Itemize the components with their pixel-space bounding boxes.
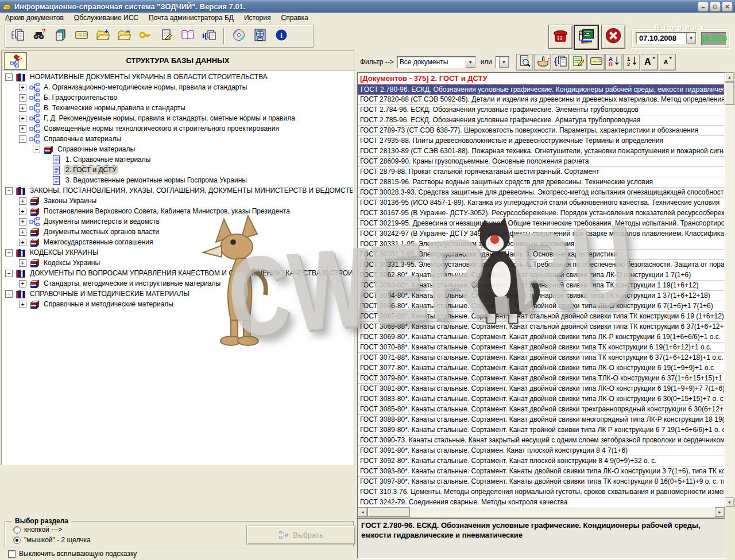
tree-item[interactable]: 3. Ведомственные ремонтные нормы Госпром… — [3, 175, 353, 185]
cd-rom-button[interactable] — [231, 28, 247, 44]
checkbox-icon[interactable] — [8, 550, 16, 558]
select-section-button[interactable]: Выбрать — [246, 526, 355, 545]
tree-item[interactable]: +Документы местных органов власти — [3, 227, 353, 237]
document-row[interactable]: ГОСТ 3092-80*. Канаты стальные. Сортамен… — [358, 456, 724, 466]
document-row[interactable]: ГОСТ 30242-97 (В Украине- ДСТУ 3491-96).… — [358, 229, 724, 239]
card-index-button[interactable] — [74, 28, 90, 44]
document-row[interactable]: ГОСТ 3089-80*. Канаты стальные. Сортамен… — [358, 425, 724, 435]
expand-toggle[interactable]: + — [19, 115, 26, 122]
tree-item[interactable]: +Межгосударственные соглашения — [3, 237, 353, 247]
open-book-button[interactable] — [180, 28, 196, 44]
filter-dropdown-arrow[interactable]: ▼ — [466, 57, 475, 68]
scroll-right-button[interactable]: ► — [715, 507, 725, 517]
expand-toggle[interactable]: − — [5, 270, 13, 277]
about-info-button[interactable]: i — [273, 28, 289, 44]
font-increase-button[interactable]: А — [641, 54, 658, 71]
tree-item[interactable]: +Законы Украины — [3, 196, 353, 206]
blackboard-button[interactable] — [574, 25, 599, 50]
font-decrease-button[interactable]: А — [659, 54, 676, 71]
document-row[interactable]: ГОСТ 3079-80*. Канаты стальные. Сортамен… — [358, 374, 724, 384]
document-row[interactable]: ГОСТ 28130-89 (СТ СЭВ 6301-88). Пожарная… — [358, 146, 724, 157]
expand-toggle[interactable]: − — [5, 249, 13, 256]
brace-documents-button[interactable]: { — [552, 54, 569, 71]
tree-item[interactable]: +Совмещенные нормы технологического и ст… — [3, 123, 353, 134]
tree-item[interactable]: +Документы министерств и ведомств — [3, 216, 353, 227]
tree-item[interactable]: −Справочные материалы — [3, 134, 353, 144]
select-hand-button[interactable] — [534, 54, 551, 71]
radio-icon[interactable] — [13, 536, 21, 544]
expand-toggle[interactable]: + — [19, 259, 26, 267]
close-button[interactable] — [722, 2, 733, 11]
menu-item-2[interactable]: Обслуживание ИСС — [69, 13, 144, 22]
expand-toggle[interactable]: + — [19, 125, 26, 133]
expand-toggle[interactable]: + — [19, 239, 26, 246]
document-row[interactable]: ГОСТ 3067-88*. Канаты стальные. Сортамен… — [358, 312, 724, 322]
expand-toggle[interactable]: + — [19, 301, 26, 308]
tree-item[interactable]: +В. Технические нормы,правила и стандарт… — [3, 103, 353, 113]
preview-search-button[interactable] — [516, 54, 533, 71]
document-row[interactable]: ГОСТ 3062-80*. Канаты стальные. Сортамен… — [358, 270, 724, 281]
document-row[interactable]: ГОСТ 30331.1-95. Электроустановки зданий… — [358, 239, 724, 250]
scroll-up-button[interactable]: ▲ — [725, 72, 734, 82]
document-row[interactable]: ГОСТ 3071-88*. Канаты стальные. Сортамен… — [358, 353, 724, 363]
document-row[interactable]: ГОСТ 30331.3-95. Электроустановки зданий… — [358, 260, 724, 270]
radio-icon[interactable] — [13, 526, 21, 534]
date-dropdown-arrow[interactable]: ▼ — [686, 33, 696, 44]
notepad-button[interactable] — [52, 28, 68, 44]
document-row[interactable]: ГОСТ 3069-80*. Канаты стальные. Сортамен… — [358, 332, 724, 343]
expand-toggle[interactable]: − — [5, 290, 13, 298]
document-row[interactable]: ГОСТ 2.785-96. ЕСКД. Обозначения условны… — [358, 115, 724, 126]
tree-item[interactable]: 1. Справочные материалы — [3, 154, 353, 165]
document-row[interactable]: ГОСТ 3083-80*. Канаты стальные. Сортамен… — [358, 394, 724, 405]
expand-toggle[interactable]: + — [19, 94, 26, 102]
or-combobox[interactable]: ▼ — [496, 56, 509, 68]
sort-az-button[interactable]: АЯ — [605, 54, 622, 71]
document-row[interactable]: ГОСТ 3064-80*. Канаты стальные. Сортамен… — [358, 291, 724, 301]
folder-add-button[interactable]: + — [95, 28, 111, 44]
tree-item[interactable]: −Справочные материалы — [3, 144, 353, 154]
document-row[interactable]: ГОСТ 3066-80*. Канаты стальные. Сортамен… — [358, 301, 724, 312]
menu-item-5[interactable]: Справка — [276, 13, 314, 22]
expand-toggle[interactable]: + — [19, 218, 26, 225]
restore-button[interactable] — [710, 2, 721, 11]
tree-item[interactable]: +Б. Градостроительство — [3, 92, 353, 103]
document-row[interactable]: ГОСТ 3088-80*. Канаты стальные. Сортамен… — [358, 415, 724, 425]
expand-toggle[interactable]: − — [19, 135, 26, 143]
vertical-scrollbar[interactable]: ▲ ▼ — [725, 72, 734, 507]
document-row[interactable]: ГОСТ 30331.2-95. Электроустановки зданий… — [358, 250, 724, 260]
horizontal-scroll-thumb[interactable] — [368, 507, 410, 517]
document-row[interactable]: ГОСТ 3085-80*. Канаты стальные. Сортамен… — [358, 405, 724, 415]
document-row[interactable]: ГОСТ 2.784-96. ЕСКД. Обозначения условны… — [358, 105, 724, 115]
expand-toggle[interactable]: − — [5, 73, 13, 81]
document-row[interactable]: ГОСТ 310.3-76. Цементы. Методы определен… — [358, 487, 724, 497]
globe-save-button[interactable] — [252, 28, 268, 44]
expand-toggle[interactable]: − — [33, 146, 40, 153]
expand-toggle[interactable]: + — [19, 228, 26, 236]
radio-option-mouse[interactable]: "мышкой" - 2 щелчка — [13, 536, 91, 544]
key-button[interactable] — [137, 28, 153, 44]
document-row[interactable]: ГОСТ 28815-96. Растворы водные защитных … — [358, 177, 724, 188]
tree-item[interactable]: −ДОКУМЕНТЫ ПО ВОПРОСАМ УПРАВЛЕНИЯ КАЧЕСТ… — [3, 268, 353, 278]
exit-button[interactable] — [601, 25, 625, 49]
document-row[interactable]: ГОСТ 3077-80*. Канаты стальные. Сортамен… — [358, 363, 724, 374]
document-row[interactable]: ГОСТ 28609-90. Краны грузоподъемные. Осн… — [358, 157, 724, 167]
card-index-button[interactable] — [587, 54, 605, 71]
document-row[interactable]: ГОСТ 3081-80*. Канаты стальные. Сортамен… — [358, 384, 724, 394]
phone-button[interactable] — [548, 25, 572, 49]
minimize-button[interactable] — [698, 2, 709, 11]
tree-item[interactable]: +А. Организационно-методические нормы, п… — [3, 82, 353, 92]
tree-item[interactable]: +Кодексы Украины — [3, 258, 353, 268]
tree-item[interactable]: −НОРМАТИВНЫЕ ДОКУМЕНТЫ УКРАИНЫ В ОБЛАСТИ… — [3, 72, 353, 82]
search-question-button[interactable]: ? — [31, 28, 47, 44]
vertical-scroll-thumb[interactable] — [725, 82, 734, 105]
scroll-down-button[interactable]: ▼ — [725, 497, 734, 507]
document-row[interactable]: ГОСТ 2789-73 (СТ СЭВ 638-77). Шероховато… — [358, 126, 724, 136]
document-row[interactable]: ГОСТ 3068-88*. Канаты стальные. Сортамен… — [358, 322, 724, 332]
filter-combobox[interactable]: Все документы ▼ — [397, 56, 476, 68]
tree-item[interactable]: −СПРАВОЧНЫЕ И МЕТОДИЧЕСКИЕ МАТЕРИАЛЫ — [3, 289, 353, 299]
document-row[interactable]: ГОСТ 3093-80*. Канаты стальные. Сортамен… — [358, 466, 724, 477]
tree-item[interactable]: +Справочные и методические материалы — [3, 299, 353, 309]
document-row[interactable]: ГОСТ 3063-80*. Канаты стальные. Сортамен… — [358, 281, 724, 291]
info-documents-button[interactable]: i{ — [201, 28, 217, 44]
tree-item[interactable]: −ЗАКОНЫ, ПОСТАНОВЛЕНИЯ, УКАЗЫ, СОГЛАШЕНИ… — [3, 185, 353, 196]
